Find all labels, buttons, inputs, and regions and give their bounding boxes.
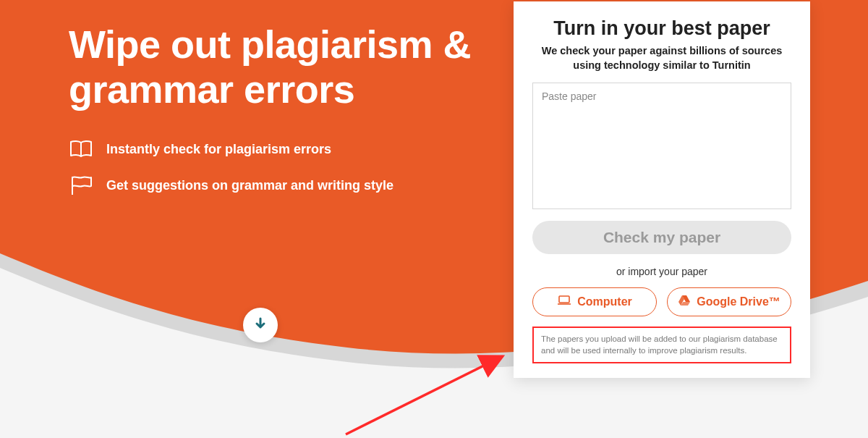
- gdrive-icon: [678, 295, 691, 309]
- card-subtitle: We check your paper against billions of …: [532, 44, 791, 72]
- arrow-down-icon: [253, 316, 268, 334]
- import-gdrive-label: Google Drive™: [697, 295, 780, 308]
- hero-headline: Wipe out plagiarism & grammar errors: [69, 22, 474, 111]
- disclaimer-text: The papers you upload will be added to o…: [541, 334, 783, 356]
- import-gdrive-button[interactable]: Google Drive™: [667, 287, 791, 316]
- book-icon: [69, 139, 93, 159]
- import-computer-label: Computer: [577, 295, 632, 308]
- import-label: or import your paper: [532, 266, 791, 277]
- feature-grammar: Get suggestions on grammar and writing s…: [69, 175, 474, 195]
- check-paper-card: Turn in your best paper We check your pa…: [514, 1, 810, 378]
- import-computer-button[interactable]: Computer: [532, 287, 657, 316]
- svg-rect-2: [559, 296, 569, 303]
- card-title: Turn in your best paper: [532, 17, 791, 40]
- laptop-icon: [557, 295, 571, 308]
- scroll-down-button[interactable]: [243, 308, 278, 342]
- feature-text: Get suggestions on grammar and writing s…: [106, 178, 393, 193]
- flag-icon: [69, 175, 93, 195]
- feature-text: Instantly check for plagiarism errors: [106, 142, 331, 157]
- paste-paper-input[interactable]: [532, 83, 791, 209]
- feature-plagiarism: Instantly check for plagiarism errors: [69, 139, 474, 159]
- check-paper-button[interactable]: Check my paper: [532, 221, 791, 254]
- disclaimer-box: The papers you upload will be added to o…: [532, 327, 791, 363]
